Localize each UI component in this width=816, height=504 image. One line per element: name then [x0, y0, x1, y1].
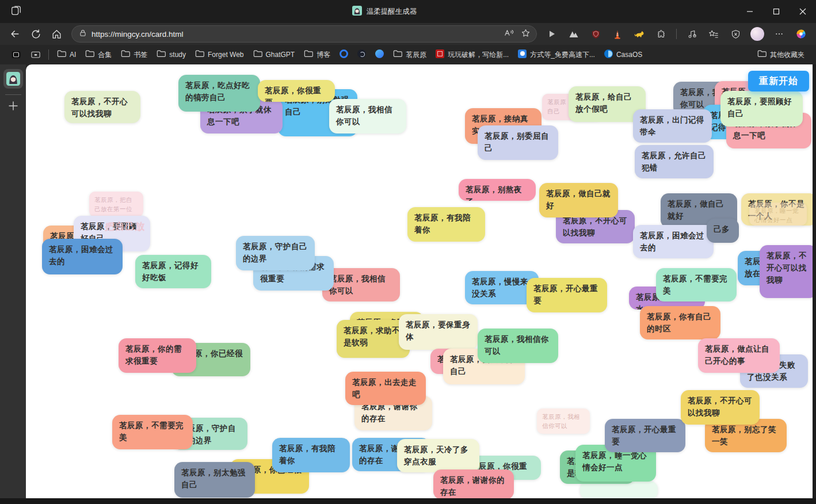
reminder-card: 茗辰原，出门记得带伞 — [633, 109, 712, 143]
profile-avatar[interactable] — [748, 25, 767, 43]
browser-essentials-shield-icon[interactable] — [726, 25, 745, 43]
read-aloud-icon[interactable] — [504, 28, 515, 40]
window-right-edge — [813, 64, 816, 504]
folder-icon — [304, 49, 313, 60]
window-titlebar: 温柔提醒生成器 — [0, 0, 816, 23]
extensions-puzzle-icon[interactable] — [652, 25, 670, 43]
sidebar-toggle-icon[interactable] — [7, 46, 25, 63]
browser-content-area: 重新开始 茗辰原，不开心可以找我聊茗辰原，别太勉强自己茗辰原，累了就休息一下吧茗… — [0, 64, 816, 504]
reminder-card: 茗辰原，我相信你可以 — [478, 329, 558, 363]
reminder-card: 茗辰原，不需要完美 — [112, 415, 193, 449]
bookmark-item[interactable]: 博客 — [299, 47, 335, 62]
reminder-card: 茗辰原，我相信你可以 — [329, 99, 406, 133]
reminder-card: 茗辰原，允许自己犯错 — [635, 145, 714, 178]
workspaces-icon[interactable] — [10, 4, 22, 19]
reminder-card: 茗辰原，困难会过去的 — [42, 239, 123, 274]
bookmark-item[interactable]: CasaOS — [600, 47, 647, 63]
dark-dial — [357, 49, 366, 60]
bookmark-label: 茗辰原 — [406, 50, 426, 60]
maximize-button[interactable] — [763, 0, 790, 23]
refresh-icon[interactable] — [26, 25, 45, 43]
back-icon[interactable] — [6, 25, 24, 43]
reminder-card: 茗辰原，有我陪着你 — [407, 207, 485, 242]
reminder-card: 茗辰原，有我陪着你 — [272, 438, 350, 472]
casaos — [604, 49, 613, 60]
bookmark-label: AI — [70, 51, 76, 59]
bookmark-item[interactable] — [335, 47, 353, 63]
address-bar[interactable]: https://mingcy.cn/card.html — [71, 25, 537, 43]
reminder-card: 茗辰原，出去走走吧 — [345, 372, 426, 405]
reminder-card: 茗辰原，别太勉强自己 — [174, 462, 255, 498]
page-favicon — [352, 6, 362, 18]
bookmark-item[interactable]: 合集 — [81, 47, 116, 62]
ublock-shield-icon[interactable] — [586, 25, 605, 43]
mountain-extension-icon[interactable] — [565, 25, 583, 43]
other-favorites[interactable]: 其他收藏夹 — [753, 47, 809, 62]
reminder-card: 茗辰原，别熬夜了 — [459, 179, 536, 201]
bookmarks-bar: AI合集书签studyForget WebGhatGPT博客茗辰原玩玩破解，写给… — [0, 45, 816, 64]
settings-dots-icon[interactable] — [770, 25, 788, 43]
media-note-icon[interactable] — [682, 25, 701, 43]
cat-extension-icon[interactable] — [630, 25, 649, 43]
bookmark-label: 方式等_免费高速下... — [530, 50, 595, 60]
lighthouse-extension-icon[interactable] — [608, 25, 627, 43]
reminder-card: 茗辰原，困难会过去的 — [633, 225, 714, 258]
bookmark-item[interactable]: Forget Web — [190, 47, 248, 62]
minimize-button[interactable] — [737, 0, 763, 23]
folder-icon — [757, 49, 767, 60]
folder-icon — [195, 49, 204, 60]
reminder-card: 茗辰原，记得好好吃饭 — [135, 255, 211, 288]
restart-button[interactable]: 重新开始 — [748, 71, 809, 91]
screenshot-tool-icon[interactable] — [26, 46, 45, 63]
collections-star-icon[interactable] — [704, 25, 723, 43]
bookmark-item[interactable] — [353, 47, 371, 63]
blue-app — [518, 49, 527, 60]
bookmark-item[interactable] — [371, 47, 388, 63]
reminder-card: 茗辰原，谢谢你的存在 — [433, 469, 514, 499]
red-seal — [436, 49, 444, 60]
folder-icon — [121, 49, 130, 60]
site-lock-icon[interactable] — [79, 29, 87, 40]
bookmark-item[interactable]: 方式等_免费高速下... — [513, 47, 600, 63]
folder-icon — [253, 49, 262, 60]
new-tab-icon[interactable] — [8, 101, 18, 113]
bookmark-item[interactable]: AI — [52, 47, 81, 62]
reminder-card: 茗辰原，把自己放在第一位 — [89, 192, 143, 217]
home-icon[interactable] — [47, 25, 66, 43]
folder-icon — [57, 49, 66, 60]
bookmark-label: 博客 — [317, 50, 330, 60]
reminder-card: 己多 — [707, 219, 739, 243]
ring-blue — [340, 49, 348, 60]
bookmark-label: 合集 — [98, 50, 112, 60]
page-canvas: 重新开始 茗辰原，不开心可以找我聊茗辰原，别太勉强自己茗辰原，累了就休息一下吧茗… — [26, 64, 813, 504]
bookmark-label: 书签 — [134, 50, 147, 60]
reminder-card: 茗辰原，睡一觉心情会好一点 — [749, 203, 807, 226]
folder-icon — [157, 49, 166, 60]
play-extension-icon[interactable] — [543, 25, 561, 43]
browser-toolbar: https://mingcy.cn/card.html — [0, 23, 816, 45]
bookmark-label: study — [169, 51, 186, 59]
bookmark-item[interactable]: 玩玩破解，写给新... — [431, 47, 513, 63]
reminder-card: 茗辰原，做点让自己开心的事 — [698, 338, 780, 373]
url-text[interactable]: https://mingcy.cn/card.html — [91, 30, 504, 39]
vertical-tab-strip — [0, 64, 26, 504]
bookmark-label: CasaOS — [616, 51, 642, 59]
folder-icon — [85, 49, 94, 60]
bookmark-label: 玩玩破解，写给新... — [448, 50, 509, 60]
bookmark-item[interactable]: 茗辰原 — [388, 47, 431, 62]
tab-strip-divider — [5, 94, 21, 95]
reminder-card: 茗辰原，要保重身体 — [399, 314, 478, 350]
reminder-card: 茗辰原，你很重要 — [258, 80, 335, 102]
active-tab-favicon[interactable] — [3, 69, 23, 89]
bookmark-item[interactable]: study — [152, 47, 190, 62]
reminder-card: 茗辰原，我相信你可以 — [322, 268, 400, 301]
copilot-icon[interactable] — [792, 25, 810, 43]
other-favorites-label: 其他收藏夹 — [770, 50, 804, 60]
close-button[interactable] — [790, 0, 816, 23]
bookmark-item[interactable]: GhatGPT — [249, 47, 300, 62]
window-title: 温柔提醒生成器 — [367, 7, 417, 17]
bookmark-item[interactable]: 书签 — [116, 47, 152, 62]
favorite-star-icon[interactable] — [521, 28, 531, 40]
toolbar-divider — [676, 29, 677, 39]
bookmarks-divider — [48, 49, 49, 60]
